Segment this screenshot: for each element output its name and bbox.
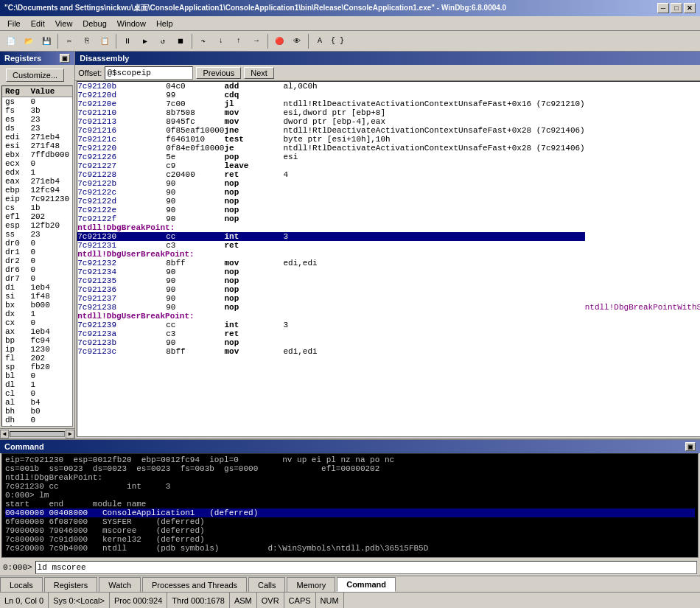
register-row[interactable]: esi271f48 [2,141,72,150]
disasm-row[interactable]: 7c921228c20400ret4 [77,170,700,179]
register-row[interactable]: dr20 [2,256,72,265]
disasm-row[interactable]: 7c9212200f84e0f10000jentdll!RtlDeactivat… [77,144,700,153]
command-content[interactable]: eip=7c921230 esp=0012fb20 ebp=0012fc94 i… [1,453,699,558]
register-row[interactable]: edi271eb4 [2,133,72,141]
register-row[interactable]: ax1eb4 [2,327,72,336]
register-row[interactable]: dr60 [2,265,72,274]
toolbar-break[interactable]: ⏸ [119,33,136,49]
toolbar-font[interactable]: A [312,33,328,49]
register-row[interactable]: eip7c921230 [2,195,72,203]
menu-help[interactable]: Help [152,18,178,29]
tab-processes-and-threads[interactable]: Processes and Threads [142,577,247,592]
next-button[interactable]: Next [244,67,274,79]
disassembly-content[interactable]: 7c92120b04c0addal,0C0h7c92120d99cdq7c921… [77,81,700,437]
toolbar-stepover[interactable]: ↷ [195,33,211,49]
toolbar-new[interactable]: 📄 [3,33,19,49]
menu-edit[interactable]: Edit [27,18,49,29]
disasm-row[interactable]: 7c92120b04c0addal,0C0h [77,82,700,91]
tab-calls[interactable]: Calls [248,577,285,592]
previous-button[interactable]: Previous [196,67,241,79]
minimize-button[interactable]: ─ [657,3,669,13]
tab-command[interactable]: Command [337,577,396,592]
register-row[interactable]: ip1230 [2,345,72,354]
register-row[interactable]: spfb20 [2,363,72,371]
register-row[interactable]: cl0 [2,389,72,398]
register-row[interactable]: alb4 [2,398,72,407]
register-row[interactable]: cx0 [2,318,72,327]
menu-window[interactable]: Window [113,18,150,29]
disasm-row[interactable]: 7c921230ccint3 [77,232,700,241]
toolbar-runto[interactable]: → [248,33,265,49]
register-row[interactable]: ds23 [2,124,72,133]
register-row[interactable]: ch0 [2,424,72,427]
tab-memory[interactable]: Memory [287,577,335,592]
registers-restore-btn[interactable]: ▣ [60,54,70,63]
register-row[interactable]: edx1 [2,168,72,177]
toolbar-stepinto[interactable]: ↓ [213,33,229,49]
register-row[interactable]: bhb0 [2,407,72,416]
register-row[interactable]: ebx7ffdb000 [2,150,72,159]
disasm-row[interactable]: 7c92123790nop [77,294,700,303]
register-row[interactable]: bpfc94 [2,336,72,345]
disasm-row[interactable]: 7c92122e90nop [77,206,700,214]
disasm-row[interactable]: 7c9212328bffmovedi,edi [77,259,700,268]
register-row[interactable]: di1eb4 [2,283,72,292]
toolbar-copy[interactable]: ⎘ [79,33,95,49]
disasm-row[interactable]: 7c92122b90nop [77,179,700,188]
register-row[interactable]: ss23 [2,230,72,239]
disasm-row[interactable]: 7c92123690nop [77,285,700,294]
register-row[interactable]: fl202 [2,354,72,363]
tab-locals[interactable]: Locals [0,577,43,592]
register-row[interactable]: cs1b [2,203,72,212]
toolbar-restart[interactable]: ↺ [155,33,171,49]
tab-registers[interactable]: Registers [44,577,97,592]
register-row[interactable]: ebp12fc94 [2,186,72,195]
disasm-row[interactable]: 7c921239ccint3 [77,321,700,329]
menu-debug[interactable]: Debug [78,18,111,29]
disasm-row[interactable]: 7c92122c90nop [77,188,700,197]
register-row[interactable]: dl1 [2,380,72,389]
disasm-row[interactable]: 7c92122d90nop [77,197,700,206]
customize-button[interactable]: Customize... [6,69,64,82]
register-row[interactable]: dx1 [2,310,72,318]
register-row[interactable]: bl0 [2,371,72,380]
offset-input[interactable] [105,66,193,80]
disasm-row[interactable]: 7c92123890nopntdll!DbgBreakPointWithStat… [77,303,700,312]
toolbar-source[interactable]: { } [329,33,346,49]
register-row[interactable]: eax271eb4 [2,177,72,186]
register-row[interactable]: esp12fb20 [2,221,72,230]
disasm-row[interactable]: 7c92120e7c00jlntdll!RtlDeactivateActivat… [77,99,700,108]
disasm-row[interactable]: 7c9212160f85eaf10000jnentdll!RtlDeactiva… [77,126,700,135]
toolbar-watch[interactable]: 👁 [289,33,305,49]
command-input[interactable] [35,561,697,574]
register-row[interactable]: ecx0 [2,159,72,168]
disasm-row[interactable]: 7c9212138945fcmovdword ptr [ebp-4],eax [77,117,700,126]
disasm-row[interactable]: 7c9212108b7508movesi,dword ptr [ebp+8] [77,108,700,117]
toolbar-paste[interactable]: 📋 [97,33,113,49]
register-row[interactable]: efl202 [2,212,72,221]
disasm-row[interactable]: 7c9212265epopesi [77,153,700,161]
toolbar-breakpoint[interactable]: 🔴 [271,33,287,49]
toolbar-save[interactable]: 💾 [38,33,55,49]
registers-table-container[interactable]: Reg Value gs0fs3bes23ds23edi271eb4esi271… [1,85,73,427]
register-row[interactable]: dr10 [2,248,72,256]
disasm-row[interactable]: 7c92121cf6461010testbyte ptr [esi+10h],1… [77,135,700,144]
menu-view[interactable]: View [51,18,77,29]
command-restore-btn[interactable]: ▣ [685,442,696,451]
register-row[interactable]: dr70 [2,274,72,283]
disasm-row[interactable]: 7c92123ac3ret [77,329,700,338]
toolbar-stepout[interactable]: ↑ [231,33,247,49]
toolbar-stop[interactable]: ⏹ [172,33,189,49]
register-row[interactable]: dr00 [2,239,72,248]
register-row[interactable]: gs0 [2,97,72,107]
register-row[interactable]: fs3b [2,106,72,115]
disasm-row[interactable]: 7c92123590nop [77,276,700,285]
disasm-row[interactable]: 7c92123c8bffmovedi,edi [77,347,700,356]
register-row[interactable]: si1f48 [2,292,72,301]
toolbar-go[interactable]: ▶ [137,33,153,49]
close-button[interactable]: ✕ [684,3,696,13]
disasm-row[interactable]: 7c92122f90nop [77,214,700,223]
register-row[interactable]: es23 [2,115,72,124]
menu-file[interactable]: File [3,18,25,29]
toolbar-open[interactable]: 📂 [21,33,37,49]
